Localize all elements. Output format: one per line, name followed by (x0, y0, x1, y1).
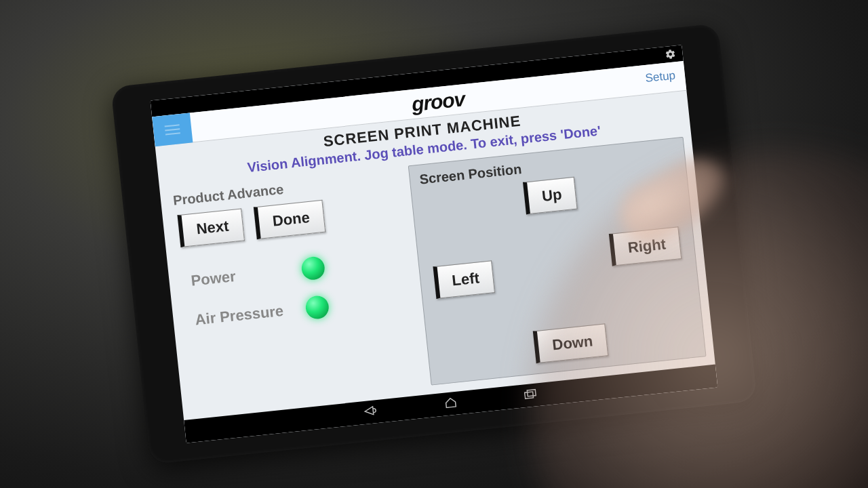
recent-icon[interactable] (524, 388, 538, 402)
up-button[interactable]: Up (523, 177, 578, 215)
gear-icon[interactable] (665, 48, 677, 60)
screen: groov Setup SCREEN PRINT MACHINE Vision … (151, 45, 718, 443)
done-button[interactable]: Done (254, 200, 326, 239)
home-icon[interactable] (444, 396, 458, 411)
down-button[interactable]: Down (533, 323, 608, 363)
air-led-icon (304, 295, 330, 320)
hamburger-icon (165, 128, 180, 131)
power-label: Power (190, 262, 286, 289)
right-button[interactable]: Right (609, 226, 682, 266)
back-icon[interactable] (363, 405, 378, 419)
power-led-icon (300, 256, 326, 281)
screen-position-panel: Screen Position Up Left Right Down (408, 137, 707, 386)
svg-rect-0 (525, 392, 534, 399)
left-button[interactable]: Left (433, 260, 495, 299)
next-button[interactable]: Next (177, 208, 244, 247)
air-pressure-label: Air Pressure (194, 302, 290, 329)
menu-button[interactable] (152, 113, 193, 146)
dpad: Up Left Right Down (421, 166, 695, 373)
svg-rect-1 (527, 390, 536, 396)
left-column: Product Advance Next Done Power Air Pres… (168, 167, 423, 411)
tablet-frame: groov Setup SCREEN PRINT MACHINE Vision … (111, 23, 757, 464)
